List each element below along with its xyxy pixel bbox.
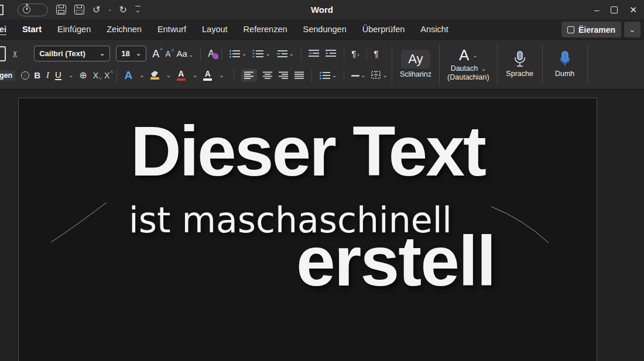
divider <box>344 68 344 82</box>
text-effects-button[interactable]: A <box>124 70 132 81</box>
chevron-down-icon: ⌄ <box>382 72 387 78</box>
word-window: ↺ - ↻ ⌄ Word – ✕ tei Start Einfúgen Zeic… <box>0 0 644 361</box>
align-left-icon <box>244 71 254 80</box>
font-color-alt-button[interactable]: A <box>203 70 212 81</box>
superscript-button[interactable]: X˄ <box>104 71 109 80</box>
document-page[interactable]: Dieser Text ist maschaschinell erstell <box>18 98 597 361</box>
tab-datei[interactable]: tei <box>0 25 6 34</box>
format-painter-icon[interactable]: ◌ <box>21 71 29 80</box>
align-left-button[interactable] <box>241 69 257 82</box>
multilevel-list-icon <box>276 49 288 59</box>
highlight-color-bar <box>150 77 159 80</box>
shrink-font-button[interactable]: A˄ <box>165 50 170 58</box>
ribbon-tabs: tei Start Einfúgen Zeichnen Entwurf Layo… <box>0 19 644 40</box>
tab-uberprufen[interactable]: Überprüfen <box>362 25 405 34</box>
bold-button[interactable]: B <box>34 71 40 80</box>
numbered-list-icon <box>252 49 264 59</box>
group-divider <box>439 44 440 84</box>
shading-icon <box>351 74 359 77</box>
align-center-button[interactable] <box>263 71 273 80</box>
chevron-down-icon: ⌄ <box>166 72 171 78</box>
bullet-list-button[interactable]: ⌄ <box>229 49 246 59</box>
subscript-button[interactable]: X˅ <box>93 71 98 80</box>
group-divider <box>497 44 498 84</box>
tab-sendungen[interactable]: Sendungen <box>303 25 347 34</box>
paste-button[interactable]: gen <box>0 70 15 81</box>
window-controls: – ✕ <box>594 0 637 19</box>
italic-button[interactable]: I <box>46 71 49 80</box>
chevron-down-icon: ⌄ <box>361 72 365 78</box>
group-divider <box>542 44 543 84</box>
language-icon: A <box>459 47 469 63</box>
tab-referenzen[interactable]: Referenzen <box>244 25 287 34</box>
dictate-alt-button[interactable]: Dumh <box>544 40 585 89</box>
caret-up-icon: ˄ <box>160 47 163 52</box>
eieramen-label: Ëieramen <box>578 25 615 35</box>
eieramen-button[interactable]: Ëieramen <box>561 22 621 37</box>
decrease-indent-button[interactable] <box>309 49 320 58</box>
tab-layout[interactable]: Layout <box>202 25 228 34</box>
maximize-icon[interactable] <box>611 6 618 13</box>
close-icon[interactable]: ✕ <box>629 5 637 14</box>
microphone-blue-icon <box>558 50 572 68</box>
document-heading: Dieser Text <box>19 116 597 186</box>
minimize-icon[interactable]: – <box>594 5 599 14</box>
chevron-down-icon[interactable]: ⌄ <box>68 72 73 78</box>
tab-zeichnen[interactable]: Zeichnen <box>107 25 142 34</box>
chevron-right-icon: › <box>357 51 359 58</box>
font-color-button[interactable]: A <box>177 70 186 81</box>
chevron-down-icon: ⌄ <box>242 50 246 57</box>
justify-button[interactable] <box>294 71 304 80</box>
chevron-down-icon: ⌄ <box>332 72 337 78</box>
chevron-down-icon: ⌄ <box>472 52 477 59</box>
styles-label: Scliharinz <box>400 70 431 79</box>
font-color-bar <box>177 78 186 81</box>
ribbon-collapse-button[interactable]: ⌄ <box>624 22 640 37</box>
borders-button[interactable]: ⌄ <box>371 71 387 80</box>
tab-start[interactable]: Start <box>22 25 42 34</box>
caret-up-icon: ˄ <box>171 48 174 53</box>
chevron-down-icon: ⌄ <box>189 51 193 58</box>
paste-icon[interactable] <box>0 46 6 61</box>
clipboard-group: ✂ gen ◌ <box>0 40 32 89</box>
line-spacing-button[interactable]: ⌄ <box>319 71 337 80</box>
highlight-button[interactable] <box>150 71 159 80</box>
tab-einfugen[interactable]: Einfúgen <box>57 25 91 34</box>
group-divider <box>587 44 588 84</box>
chevron-down-icon: ⌄ <box>136 50 141 57</box>
tab-entwurf[interactable]: Entwurf <box>157 25 186 34</box>
divider <box>366 47 367 61</box>
chevron-down-icon: ⌄ <box>289 50 294 57</box>
chevron-down-icon: ⌄ <box>629 25 636 34</box>
grow-font-button[interactable]: A˄ <box>152 49 159 59</box>
divider <box>200 47 201 61</box>
font-size-select[interactable]: 18 ⌄ <box>116 46 146 61</box>
font-name-select[interactable]: Cailbri (Text) ⌄ <box>34 46 110 61</box>
cut-icon[interactable]: ✂ <box>10 50 20 57</box>
caret-up-icon: ˄ <box>110 70 113 75</box>
font-size-value: 18 <box>121 49 129 58</box>
shading-button[interactable]: ⌄ <box>351 72 365 78</box>
change-case-button[interactable]: Aa⌄ <box>177 49 194 58</box>
numbered-list-button[interactable]: ⌄ <box>252 49 270 59</box>
divider <box>221 47 222 61</box>
underline-button[interactable]: U <box>55 70 61 80</box>
align-right-button[interactable] <box>279 71 289 80</box>
borders-icon <box>371 71 381 80</box>
divider <box>311 68 312 82</box>
language-sublabel: (Dautachian) <box>447 73 489 81</box>
highlighter-icon <box>151 71 158 77</box>
multilevel-list-button[interactable]: ⌄ <box>276 49 294 59</box>
show-paragraph-marks-button[interactable]: ¶ <box>374 49 379 58</box>
dictate-button[interactable]: Sprache <box>499 40 540 89</box>
language-button[interactable]: A ⌄ Dautach ⌄ (Dautachian) <box>441 40 495 89</box>
clear-formatting-button[interactable]: A <box>208 49 214 59</box>
tab-ansicht[interactable]: Ansicht <box>420 25 448 34</box>
paragraph-direction-button[interactable]: ¶› <box>351 49 359 58</box>
strikethrough-icon[interactable]: ⊕ <box>79 70 87 81</box>
bullet-list-icon <box>229 49 241 59</box>
increase-indent-button[interactable] <box>326 49 337 58</box>
group-divider <box>392 44 392 84</box>
styles-button[interactable]: Ay Scliharinz <box>394 40 437 89</box>
document-heading-2: erstell <box>296 226 495 296</box>
